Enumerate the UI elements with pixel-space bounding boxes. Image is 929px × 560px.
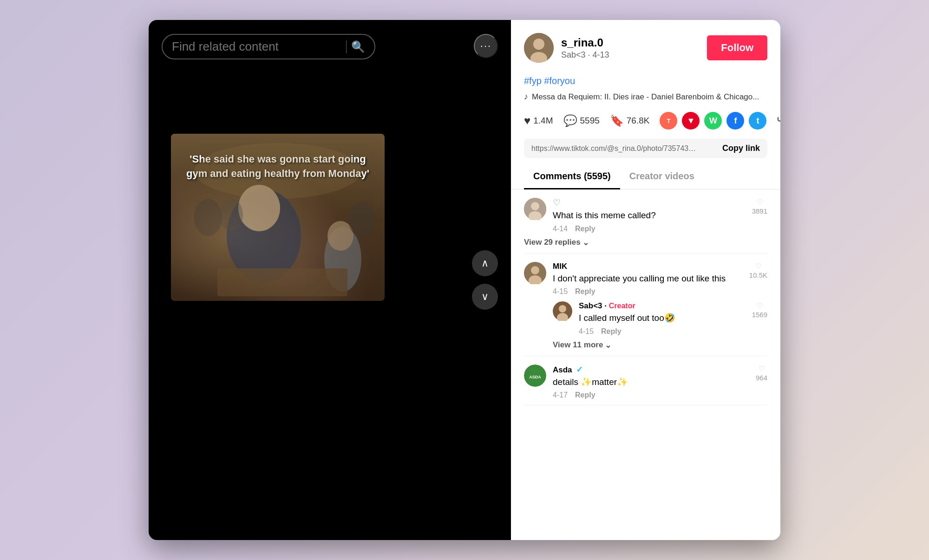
music-title[interactable]: Messa da Requiem: II. Dies irae - Daniel… <box>532 92 759 102</box>
comment-header: ASDA Asda ✓ details ✨matter✨ 4-17 Reply <box>524 365 767 400</box>
svg-point-2 <box>238 185 280 231</box>
meme-image-container: 'She said she was gonna start going gym … <box>171 134 385 301</box>
chevron-down-icon: ⌄ <box>582 238 589 247</box>
like-heart-icon: ♡ <box>759 365 765 373</box>
nav-buttons: ∧ ∨ <box>472 250 498 310</box>
reply-indent: Sab<3 · Creator I called myself out too🤣… <box>553 301 767 350</box>
link-url: https://www.tiktok.com/@s_rina.0/photo/7… <box>531 144 699 153</box>
comment-like[interactable]: ♡ 964 <box>756 365 767 382</box>
comment-body: ♡ What is this meme called? 4-14 Reply <box>553 198 746 233</box>
reply-button[interactable]: Reply <box>575 287 595 296</box>
comment-body: MIK I don't appreciate you calling me ou… <box>553 262 743 296</box>
search-icon-button[interactable]: 🔍 <box>351 40 365 53</box>
comment-avatar <box>524 198 546 220</box>
bookmarks-action[interactable]: 🔖 76.8K <box>610 114 650 127</box>
comment-username: Asda ✓ <box>553 365 749 375</box>
comment-avatar <box>524 262 546 284</box>
main-container: 🔍 ··· 'She said she was gonna start goin… <box>149 20 780 540</box>
pinterest-share-icon[interactable]: ▼ <box>682 112 700 130</box>
like-count: 964 <box>756 374 767 382</box>
comment-date: 4-15 <box>553 287 568 296</box>
up-arrow-icon: ∧ <box>481 257 489 269</box>
svg-point-19 <box>559 305 566 313</box>
svg-rect-5 <box>217 268 347 296</box>
svg-point-6 <box>194 199 222 236</box>
down-arrow-icon: ∨ <box>481 291 489 303</box>
hashtag-text[interactable]: #fyp #foryou <box>524 76 575 86</box>
forward-share-icon[interactable]: ⤷ <box>771 112 780 130</box>
comment-item: ♡ What is this meme called? 4-14 Reply ♡… <box>524 189 767 254</box>
search-divider <box>346 40 347 53</box>
like-heart-icon: ♡ <box>755 262 761 270</box>
comment-like[interactable]: ♡ 10.5K <box>749 262 767 279</box>
likes-action[interactable]: ♥ 1.4M <box>524 114 553 127</box>
twitter-share-icon[interactable]: t <box>749 112 766 130</box>
comment-avatar: ASDA <box>524 365 546 387</box>
profile-info: s_rina.0 Sab<3 · 4-13 <box>561 36 700 60</box>
left-panel: 🔍 ··· 'She said she was gonna start goin… <box>149 20 511 540</box>
avatar-svg <box>553 301 572 321</box>
comment-meta: 4-17 Reply <box>553 391 749 399</box>
view-more-button[interactable]: View 11 more ⌄ <box>553 340 767 350</box>
painting-svg <box>171 134 385 301</box>
search-input[interactable] <box>172 39 341 54</box>
search-bar[interactable]: 🔍 <box>162 34 375 59</box>
whatsapp-share-icon[interactable]: W <box>704 112 722 130</box>
like-heart-icon: ♡ <box>757 198 763 206</box>
comment-body: Asda ✓ details ✨matter✨ 4-17 Reply <box>553 365 749 400</box>
tabs-row: Comments (5595) Creator videos <box>511 164 780 189</box>
music-note-icon: ♪ <box>524 92 528 102</box>
comment-icon: 💬 <box>563 114 577 127</box>
tiktok-share-icon[interactable]: T <box>660 112 677 130</box>
likes-count: 1.4M <box>533 116 553 126</box>
avatar-svg <box>524 262 546 284</box>
asda-avatar-svg: ASDA <box>524 365 546 387</box>
nav-down-button[interactable]: ∨ <box>472 284 498 310</box>
more-options-button[interactable]: ··· <box>474 34 498 58</box>
facebook-share-icon[interactable]: f <box>726 112 744 130</box>
creator-badge: Creator <box>609 302 635 310</box>
comment-username: MIK <box>553 262 743 271</box>
comments-count: 5595 <box>580 116 600 126</box>
tab-comments[interactable]: Comments (5595) <box>524 164 620 189</box>
follow-button[interactable]: Follow <box>707 35 767 60</box>
svg-point-0 <box>194 143 361 199</box>
reply-date: 4-15 <box>579 327 594 336</box>
bookmark-icon: 🔖 <box>610 114 624 127</box>
comment-meta: 4-15 Reply <box>553 287 743 296</box>
svg-point-13 <box>531 202 539 210</box>
hashtags-section: #fyp #foryou <box>511 70 780 90</box>
link-row: https://www.tiktok.com/@s_rina.0/photo/7… <box>524 139 767 158</box>
reply-username: Sab<3 · Creator <box>579 301 746 311</box>
svg-text:ASDA: ASDA <box>529 375 541 379</box>
comment-text: What is this meme called? <box>553 209 746 222</box>
avatar-image <box>524 33 554 63</box>
comment-date: 4-17 <box>553 391 568 399</box>
copy-link-button[interactable]: Copy link <box>722 143 760 153</box>
reply-body: Sab<3 · Creator I called myself out too🤣… <box>579 301 746 336</box>
comment-date: 4-14 <box>553 225 568 233</box>
like-heart-icon: ♡ <box>757 301 763 310</box>
comment-item: MIK I don't appreciate you calling me ou… <box>524 254 767 356</box>
view-replies-button[interactable]: View 29 replies ⌄ <box>524 238 767 247</box>
reply-button[interactable]: Reply <box>601 327 622 336</box>
meme-painting: 'She said she was gonna start going gym … <box>171 134 385 301</box>
comment-item: ASDA Asda ✓ details ✨matter✨ 4-17 Reply <box>524 356 767 406</box>
comment-username: ♡ <box>553 198 746 208</box>
tab-creator-videos[interactable]: Creator videos <box>620 164 704 189</box>
profile-header: s_rina.0 Sab<3 · 4-13 Follow <box>511 20 780 70</box>
profile-username: s_rina.0 <box>561 36 700 49</box>
verified-icon: ✓ <box>576 365 583 374</box>
reply-like[interactable]: ♡ 1569 <box>752 301 767 319</box>
avatar <box>524 33 554 63</box>
comment-header: MIK I don't appreciate you calling me ou… <box>524 262 767 296</box>
comments-action[interactable]: 💬 5595 <box>563 114 600 127</box>
comment-like[interactable]: ♡ 3891 <box>752 198 767 215</box>
reply-button[interactable]: Reply <box>575 225 595 233</box>
reply-button[interactable]: Reply <box>575 391 595 399</box>
bookmarks-count: 76.8K <box>627 116 650 126</box>
nav-up-button[interactable]: ∧ <box>472 250 498 276</box>
svg-point-8 <box>348 202 374 237</box>
reply-avatar <box>553 301 572 321</box>
chevron-down-icon: ⌄ <box>605 340 611 350</box>
